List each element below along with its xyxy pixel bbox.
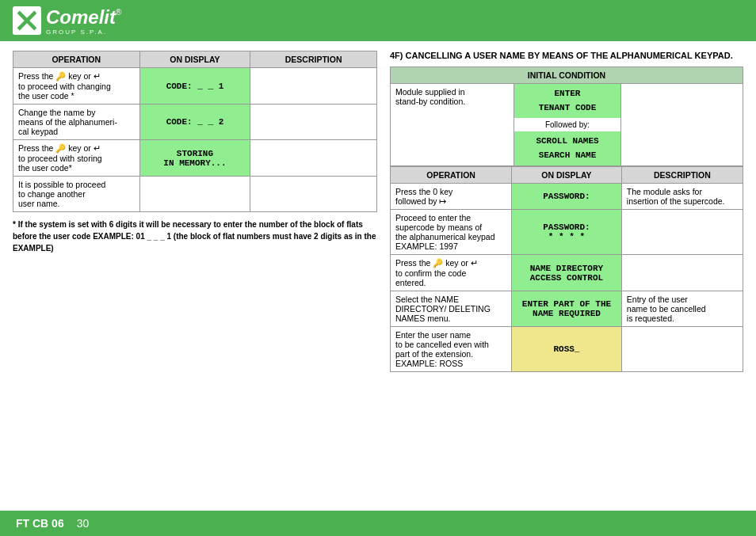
initial-display-scroll: SCROLL NAMESSEARCH NAME <box>514 131 621 165</box>
right-op-5: Enter the user nameto be cancelled even … <box>391 327 512 372</box>
table-row: Press the 🔑 key or ↵to proceed with chan… <box>13 68 377 105</box>
logo-comelit: Comelit <box>46 6 116 29</box>
table-row: It is possible to proceedto change anoth… <box>13 177 377 212</box>
key-icon-r3: 🔑 <box>433 258 443 268</box>
right-display-1: PASSWORD: <box>512 184 622 210</box>
left-header-display: ON DISPLAY <box>139 51 250 68</box>
right-display-5: ROSS_ <box>512 327 622 372</box>
logo-area: Comelit ® GROUP S.P.A. <box>13 6 121 36</box>
left-table: OPERATION ON DISPLAY DESCRIPTION Press t… <box>13 51 377 212</box>
footnote: * If the system is set with 6 digits it … <box>13 219 377 254</box>
right-header-display: ON DISPLAY <box>512 167 622 184</box>
left-op-4: It is possible to proceedto change anoth… <box>13 177 140 212</box>
table-row: Press the 🔑 key or ↵to proceed with stor… <box>13 140 377 177</box>
table-row: Select the NAMEDIRECTORY/ DELETINGNAMES … <box>391 291 743 327</box>
initial-display-enter: ENTERTENANT CODE <box>514 84 621 118</box>
initial-desc <box>621 84 743 166</box>
left-op-3: Press the 🔑 key or ↵to proceed with stor… <box>13 140 140 177</box>
main-content: OPERATION ON DISPLAY DESCRIPTION Press t… <box>0 41 756 511</box>
left-header-operation: OPERATION <box>13 51 140 68</box>
header: Comelit ® GROUP S.P.A. <box>0 0 756 41</box>
table-row: Press the 🔑 key or ↵to confirm the codee… <box>391 255 743 291</box>
footer: FT CB 06 30 <box>0 511 756 536</box>
left-op-1: Press the 🔑 key or ↵to proceed with chan… <box>13 68 140 105</box>
initial-display-area: ENTERTENANT CODE Followed by: SCROLL NAM… <box>514 84 621 166</box>
right-op-2: Proceed to enter thesupercode by means o… <box>391 210 512 255</box>
right-desc-2 <box>621 210 743 255</box>
left-header-description: DESCRIPTION <box>250 51 377 68</box>
initial-condition-row: Module supplied instand-by condition. EN… <box>391 84 743 166</box>
table-row: Press the 0 keyfollowed by ↦ PASSWORD: T… <box>391 184 743 210</box>
right-desc-5 <box>621 327 743 372</box>
right-table: OPERATION ON DISPLAY DESCRIPTION Press t… <box>390 166 743 372</box>
initial-condition-header: INITIAL CONDITION <box>391 67 743 84</box>
left-op-2: Change the name bymeans of the alphanume… <box>13 105 140 140</box>
left-panel: OPERATION ON DISPLAY DESCRIPTION Press t… <box>13 51 377 501</box>
left-desc-1 <box>250 68 377 105</box>
footer-title: FT CB 06 <box>16 517 64 530</box>
table-row: Enter the user nameto be cancelled even … <box>391 327 743 372</box>
initial-operation: Module supplied instand-by condition. <box>391 84 514 166</box>
logo-text: Comelit ® GROUP S.P.A. <box>46 6 121 36</box>
left-desc-4 <box>250 177 377 212</box>
key-icon-3: 🔑 <box>55 143 66 153</box>
right-header-description: DESCRIPTION <box>621 167 743 184</box>
footnote-strong: * If the system is set with 6 digits it … <box>13 220 376 253</box>
right-display-3: NAME DIRECTORYACCESS CONTROL <box>512 255 622 291</box>
left-desc-3 <box>250 140 377 177</box>
right-op-4: Select the NAMEDIRECTORY/ DELETINGNAMES … <box>391 291 512 327</box>
table-row: Proceed to enter thesupercode by means o… <box>391 210 743 255</box>
comelit-logo-icon <box>13 6 41 35</box>
logo-registered: ® <box>116 8 121 17</box>
followed-by-text: Followed by: <box>514 118 621 131</box>
footer-page: 30 <box>77 517 90 530</box>
right-display-4: ENTER PART OF THENAME REQUIRED <box>512 291 622 327</box>
key-icon-1: 🔑 <box>55 71 66 81</box>
right-panel: 4F) CANCELLING A USER NAME BY MEANS OF T… <box>390 51 743 501</box>
right-op-1: Press the 0 keyfollowed by ↦ <box>391 184 512 210</box>
right-desc-3 <box>621 255 743 291</box>
right-desc-4: Entry of the username to be cancelledis … <box>621 291 743 327</box>
right-desc-1: The module asks forinsertion of the supe… <box>621 184 743 210</box>
left-display-2: CODE: _ _ 2 <box>139 105 250 140</box>
right-section-title: 4F) CANCELLING A USER NAME BY MEANS OF T… <box>390 51 743 60</box>
logo-group: GROUP S.P.A. <box>46 29 121 36</box>
right-display-2: PASSWORD:* * * * <box>512 210 622 255</box>
right-header-operation: OPERATION <box>391 167 512 184</box>
initial-condition-table: INITIAL CONDITION Module supplied instan… <box>390 67 743 166</box>
left-display-1: CODE: _ _ 1 <box>139 68 250 105</box>
left-display-3: STORINGIN MEMORY... <box>139 140 250 177</box>
right-op-3: Press the 🔑 key or ↵to confirm the codee… <box>391 255 512 291</box>
left-desc-2 <box>250 105 377 140</box>
left-display-4 <box>139 177 250 212</box>
table-row: Change the name bymeans of the alphanume… <box>13 105 377 140</box>
